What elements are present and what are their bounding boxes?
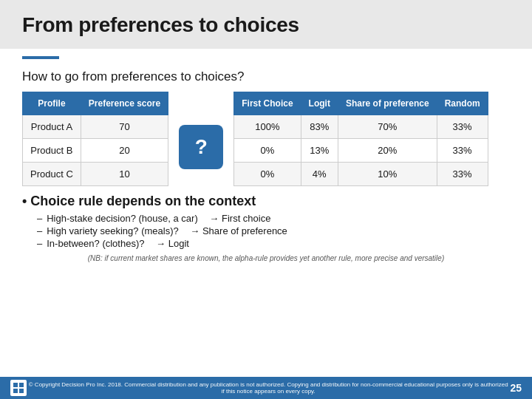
bullet-main-text: • Choice rule depends on the context <box>22 194 510 209</box>
right-first-choice-c: 0% <box>234 163 301 186</box>
list-item: High-stake decision? (house, a car) → Fi… <box>37 212 510 225</box>
profile-a: Product A <box>23 115 81 139</box>
title-area: From preferences to choices <box>0 0 532 49</box>
left-table: Profile Preference score Product A 70 Pr… <box>22 92 168 186</box>
svg-rect-1 <box>19 383 24 387</box>
profile-b: Product B <box>23 139 81 163</box>
right-col-header-first-choice: First Choice <box>234 92 301 115</box>
profile-c: Product C <box>23 163 81 186</box>
left-col-header-profile: Profile <box>23 92 81 115</box>
score-a: 70 <box>81 115 168 139</box>
svg-rect-3 <box>19 389 24 393</box>
right-col-header-share: Share of preference <box>338 92 437 115</box>
right-random-a: 33% <box>437 115 488 139</box>
score-c: 10 <box>81 163 168 186</box>
logo-icon <box>10 380 27 396</box>
right-logit-b: 13% <box>301 139 338 163</box>
score-b: 20 <box>81 139 168 163</box>
logo-svg <box>13 382 24 394</box>
left-col-header-score: Preference score <box>81 92 168 115</box>
right-share-c: 10% <box>338 163 437 186</box>
table-row: 0% 13% 20% 33% <box>234 139 488 163</box>
slide: From preferences to choices How to go fr… <box>0 0 532 399</box>
footer-note: (NB: if current market shares are known,… <box>22 254 510 262</box>
slide-title: From preferences to choices <box>22 13 510 37</box>
question-icon: ? <box>179 125 223 169</box>
right-random-c: 33% <box>437 163 488 186</box>
right-first-choice-a: 100% <box>234 115 301 139</box>
logo-area <box>10 380 27 396</box>
svg-rect-0 <box>13 383 18 387</box>
svg-rect-2 <box>13 389 18 393</box>
right-share-a: 70% <box>338 115 437 139</box>
content-area: How to go from preferences to choices? P… <box>0 65 532 262</box>
right-col-header-random: Random <box>437 92 488 115</box>
table-row: Product B 20 <box>23 139 168 163</box>
bullet-section: • Choice rule depends on the context Hig… <box>22 194 510 250</box>
table-row: Product A 70 <box>23 115 168 139</box>
table-row: 100% 83% 70% 33% <box>234 115 488 139</box>
table-row: 0% 4% 10% 33% <box>234 163 488 186</box>
right-table: First Choice Logit Share of preference R… <box>233 92 488 186</box>
right-share-b: 20% <box>338 139 437 163</box>
tables-wrapper: Profile Preference score Product A 70 Pr… <box>22 92 510 186</box>
right-random-b: 33% <box>437 139 488 163</box>
list-item: High variety seeking? (meals)? → Share o… <box>37 225 510 237</box>
right-logit-c: 4% <box>301 163 338 186</box>
page-number: 25 <box>510 382 522 394</box>
copyright-text: © Copyright Decision Pro Inc. 2018. Comm… <box>27 381 510 395</box>
right-first-choice-b: 0% <box>234 139 301 163</box>
bottom-bar: © Copyright Decision Pro Inc. 2018. Comm… <box>0 377 532 399</box>
accent-bar <box>22 56 59 59</box>
right-logit-a: 83% <box>301 115 338 139</box>
sub-bullets-list: High-stake decision? (house, a car) → Fi… <box>22 212 510 250</box>
list-item: In-between? (clothes)? → Logit <box>37 237 510 250</box>
table-row: Product C 10 <box>23 163 168 186</box>
subtitle: How to go from preferences to choices? <box>22 69 510 84</box>
right-col-header-logit: Logit <box>301 92 338 115</box>
